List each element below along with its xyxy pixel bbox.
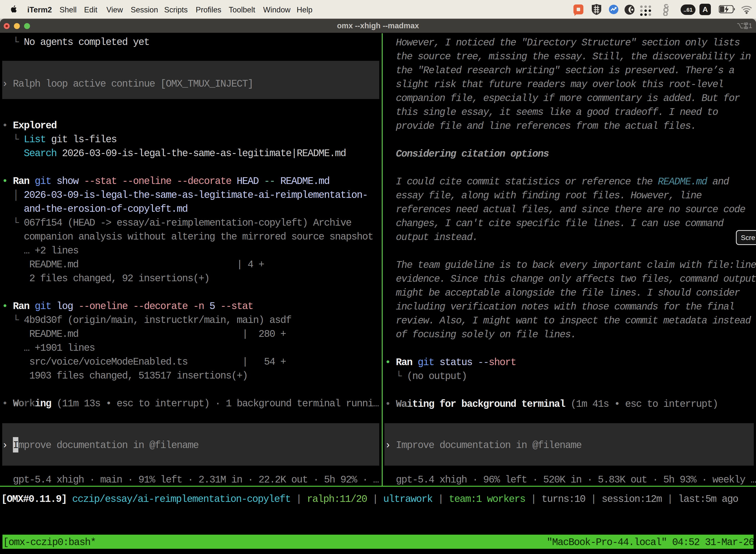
svg-text:1: 1 (749, 22, 752, 29)
